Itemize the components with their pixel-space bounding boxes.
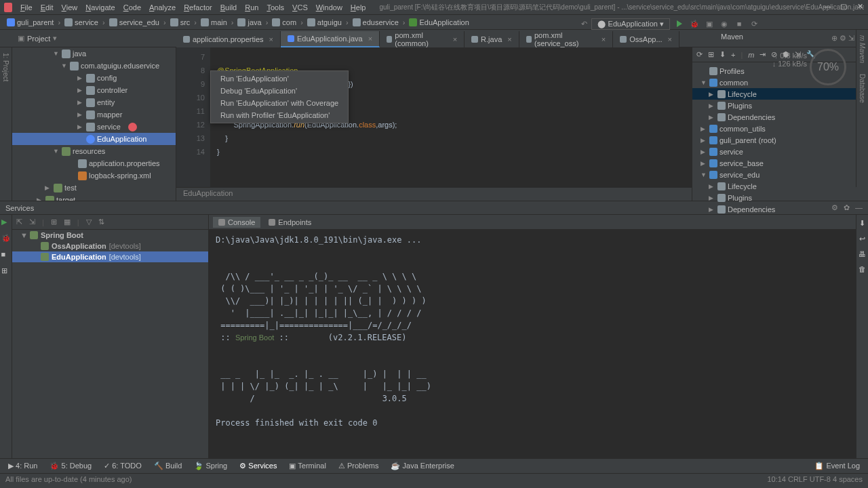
print-icon[interactable]: 🖶 [859,250,866,258]
collapse-icon[interactable]: ⇲ [29,218,35,226]
breadcrumb-item[interactable]: com [269,18,299,27]
menu-refactor[interactable]: Refactor [180,2,216,13]
maven-tree-item[interactable]: ▶Lifecycle [692,180,868,192]
breadcrumb-item[interactable]: java [235,18,264,27]
maven-tree-item[interactable]: ▶Lifecycle [692,88,868,100]
status-tool[interactable]: ✓ 6: TODO [98,460,147,472]
editor-tab[interactable]: pom.xml (service_oss)× [519,31,614,47]
tree-item[interactable]: logback-spring.xml [12,169,176,182]
maven-generate-icon[interactable]: ⊞ [708,50,714,59]
cpu-gauge[interactable]: 70% [810,49,846,85]
tree-item[interactable]: ▼java [12,47,176,60]
status-tool[interactable]: ▣ Terminal [283,460,331,472]
menu-run[interactable]: Run [241,2,262,13]
maven-tree-item[interactable]: ▶guli_parent (root) [692,134,868,146]
update-button[interactable]: ⟳ [749,18,760,29]
tree-item[interactable]: application.properties [12,157,176,169]
run-button[interactable] [674,18,685,29]
maven-tree[interactable]: Profiles▼common▶Lifecycle▶Plugins▶Depend… [692,62,868,218]
console-tab[interactable]: Console [213,217,260,228]
run-config-selector[interactable]: ⬤ EduApplication ▾ [591,18,670,30]
project-tab[interactable]: 1: Project [2,53,9,81]
breadcrumb-item[interactable]: guli_parent [4,18,56,27]
service-item[interactable]: EduApplication [devtools] [12,251,208,262]
service-item[interactable]: OssApplication [devtools] [12,241,208,251]
sort-icon[interactable]: ⇅ [98,218,104,226]
close-button[interactable]: ✕ [854,1,865,11]
tree-item[interactable]: ▼com.atguigu.eduservice [12,60,176,72]
status-tool[interactable]: 🐞 5: Debug [44,460,97,472]
services-minimize-icon[interactable]: — [855,203,863,212]
menu-code[interactable]: Code [119,2,145,13]
tree-item[interactable]: EduApplication [12,133,176,145]
coverage-button[interactable]: ▣ [704,18,715,29]
run-service-icon[interactable]: ▶ [1,218,11,227]
editor-tab[interactable]: OssApp...× [613,31,679,47]
service-item[interactable]: ▼Spring Boot [12,230,208,241]
maven-exec-icon[interactable]: ⇥ [760,50,766,59]
tree-item[interactable]: ▶target [12,194,176,201]
tree-item[interactable]: ▼resources [12,145,176,157]
tree-item[interactable]: ▶entity [12,96,176,108]
status-tool[interactable]: ☕ Java Enterprise [385,460,459,472]
maven-tool-label[interactable]: Maven [721,33,743,41]
expand-icon[interactable]: ⇱ [16,218,22,226]
breadcrumb-item[interactable]: src [167,18,193,27]
console-output[interactable]: D:\java\Java\jdk1.8.0_191\bin\java.exe .… [209,230,856,458]
editor-tab[interactable]: pom.xml (common)× [380,31,465,47]
event-log[interactable]: 📋 Event Log [809,460,865,472]
breadcrumb-item[interactable]: eduservice [350,18,401,27]
tree-item[interactable]: ▶mapper [12,108,176,121]
project-tree[interactable]: ▼java▼com.atguigu.eduservice▶config▶cont… [12,47,176,201]
menu-analyze[interactable]: Analyze [145,2,180,13]
maximize-button[interactable]: ▢ [838,1,849,11]
scroll-end-icon[interactable]: ⬇ [859,219,865,228]
view-icon[interactable]: ▦ [64,218,71,226]
stop-service-icon[interactable]: ■ [1,250,11,260]
project-tool-label[interactable]: ▣Project▾ [12,34,62,43]
status-tool[interactable]: ⚠ Problems [333,460,384,472]
maven-tree-item[interactable]: ▶common_utils [692,123,868,134]
maven-tree-item[interactable]: ▶Plugins [692,100,868,111]
context-menu-item[interactable]: Debug 'EduApplication' [211,85,348,97]
database-tab[interactable]: Database [859,74,866,103]
maven-run-icon[interactable]: m [748,51,754,59]
maven-add-icon[interactable]: + [731,51,735,59]
menu-tools[interactable]: Tools [262,2,288,13]
back-icon[interactable]: ↶ [581,20,587,28]
status-tool[interactable]: ⚙ Services [234,460,282,472]
context-menu-item[interactable]: Run with Profiler 'EduApplication' [211,109,348,121]
breadcrumb-item[interactable]: EduApplication [406,18,471,27]
tree-item[interactable]: ▶controller [12,84,176,96]
breadcrumb-item[interactable]: main [198,18,230,27]
menu-build[interactable]: Build [216,2,241,13]
menu-window[interactable]: Window [312,2,347,13]
tree-item[interactable]: ▶service [12,121,176,133]
services-gear-icon[interactable]: ✿ [844,203,850,212]
maven-tree-item[interactable]: ▶service [692,146,868,157]
menu-vcs[interactable]: VCS [288,2,312,13]
debug-button[interactable]: 🐞 [689,18,700,29]
status-tool[interactable]: ▶ 4: Run [3,460,43,472]
context-menu-item[interactable]: Run 'EduApplication' [211,73,348,85]
breadcrumb-item[interactable]: atguigu [304,18,344,27]
filter-services-icon[interactable]: ▽ [86,218,92,226]
status-tool[interactable]: 🍃 Spring [189,460,233,472]
menu-navigate[interactable]: Navigate [81,2,119,13]
status-tool[interactable]: 🔨 Build [149,460,188,472]
console-tab[interactable]: Endpoints [263,217,317,228]
editor-tab[interactable]: application.properties× [176,31,281,47]
maven-download-icon[interactable]: ⬇ [719,50,726,59]
debug-service-icon[interactable]: 🐞 [1,234,11,243]
menu-view[interactable]: View [58,2,82,13]
stop-button[interactable]: ■ [734,18,745,29]
maven-tab[interactable]: m Maven [859,35,866,63]
tree-item[interactable]: ▶test [12,182,176,194]
editor-tab[interactable]: EduApplication.java× [281,31,380,47]
minimize-button[interactable]: — [822,1,833,11]
breadcrumb-item[interactable]: service [62,18,101,27]
services-tree[interactable]: ⇱ ⇲ | ⊞ ▦ | ▽ ⇅ ▼Spring Boot OssApplicat… [12,215,209,458]
maven-tree-item[interactable]: ▶Dependencies [692,111,868,123]
context-menu-item[interactable]: Run 'EduApplication' with Coverage [211,97,348,109]
services-settings-icon[interactable]: ⚙ [831,203,838,212]
